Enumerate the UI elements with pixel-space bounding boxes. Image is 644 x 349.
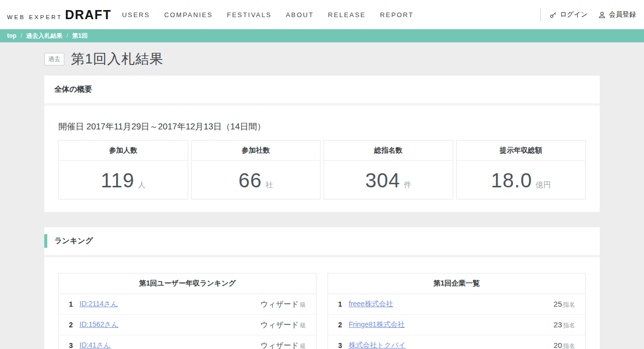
user-ranking-row: 1 ID:2114さん ウィザード 級	[59, 294, 316, 315]
ranking-section: ランキング 第1回ユーザー年収ランキング 1 ID:2114さん ウィザード 級…	[44, 227, 600, 349]
stat-value: 304	[365, 169, 400, 192]
event-date: 開催日 2017年11月29日～2017年12月13日（14日間）	[58, 121, 586, 132]
stat-label: 参加社数	[192, 141, 320, 161]
breadcrumb-top[interactable]: top	[7, 32, 17, 39]
stat-label: 総指名数	[324, 141, 453, 161]
login-label: ログイン	[560, 10, 588, 19]
company-link[interactable]: Fringe81株式会社	[349, 320, 405, 329]
nav-item-companies[interactable]: COMPANIES	[164, 11, 213, 19]
breadcrumb-separator: /	[66, 32, 68, 39]
stat-card-companies: 参加社数 66 社	[191, 140, 321, 199]
stats-row: 参加人数 119 人 参加社数 66 社 総指名数 304	[58, 140, 586, 199]
stat-label: 提示年収総額	[457, 141, 586, 161]
stat-value-wrap: 66 社	[192, 161, 320, 199]
header-actions: ログイン 会員登録	[540, 8, 636, 22]
stat-value: 18.0	[491, 169, 532, 192]
rank-value: 20	[553, 341, 562, 349]
company-list-box: 第1回企業一覧 1 freee株式会社 25 指名 2 Fringe81株式会社…	[328, 273, 586, 349]
rank-value: ウィザード	[261, 300, 299, 309]
nav-item-users[interactable]: USERS	[122, 11, 150, 19]
site-logo[interactable]: WEB EXPERT DRAFT	[7, 8, 111, 22]
nav-item-festivals[interactable]: FESTIVALS	[227, 11, 272, 19]
nav-item-about[interactable]: ABOUT	[286, 11, 314, 19]
rank-unit: 級	[300, 321, 306, 330]
site-header: WEB EXPERT DRAFT USERS COMPANIES FESTIVA…	[0, 0, 644, 29]
stat-card-participants: 参加人数 119 人	[58, 140, 188, 199]
breadcrumb: top / 過去入札結果 / 第1回	[0, 29, 644, 42]
overview-section-header: 全体の概要	[44, 76, 600, 103]
rank-unit: 指名	[563, 301, 575, 309]
rank-right: 25 指名	[553, 300, 575, 309]
user-ranking-box: 第1回ユーザー年収ランキング 1 ID:2114さん ウィザード 級 2 ID:…	[58, 273, 316, 349]
rank-number: 2	[338, 321, 345, 329]
breadcrumb-current: 第1回	[72, 32, 88, 40]
main-nav: USERS COMPANIES FESTIVALS ABOUT RELEASE …	[122, 11, 414, 19]
register-link[interactable]: 会員登録	[598, 10, 636, 19]
user-ranking-row: 2 ID:1562さん ウィザード 級	[59, 315, 316, 335]
rank-right: 23 指名	[553, 320, 575, 330]
company-list-title: 第1回企業一覧	[328, 273, 585, 294]
login-link[interactable]: ログイン	[549, 10, 588, 19]
company-list-row: 3 株式会社トクバイ 20 指名	[328, 335, 585, 349]
rank-number: 3	[69, 341, 76, 349]
breadcrumb-past-results[interactable]: 過去入札結果	[26, 32, 62, 40]
title-row: 過去 第1回入札結果	[44, 42, 600, 76]
main-content: 過去 第1回入札結果 全体の概要 開催日 2017年11月29日～2017年12…	[0, 42, 644, 349]
stat-card-nominations: 総指名数 304 件	[324, 140, 453, 199]
register-label: 会員登録	[609, 10, 636, 19]
overview-content: 開催日 2017年11月29日～2017年12月13日（14日間） 参加人数 1…	[44, 106, 600, 212]
rank-unit: 級	[300, 301, 306, 309]
ranking-section-header: ランキング	[44, 227, 600, 255]
overview-section-title: 全体の概要	[54, 85, 92, 94]
accent-bar	[44, 234, 47, 248]
stat-label: 参加人数	[59, 141, 188, 161]
stat-value: 66	[238, 169, 262, 192]
user-link[interactable]: ID:1562さん	[79, 320, 119, 329]
rank-unit: 指名	[563, 321, 575, 330]
stat-value-wrap: 119 人	[59, 161, 188, 199]
rank-unit: 級	[300, 342, 306, 349]
stat-value-wrap: 304 件	[324, 161, 453, 199]
stat-value-wrap: 18.0 億円	[457, 161, 586, 199]
stat-card-total-salary: 提示年収総額 18.0 億円	[456, 140, 586, 199]
stat-unit: 件	[404, 180, 412, 190]
user-ranking-row: 3 ID:41さん ウィザード 級	[59, 335, 316, 349]
stat-unit: 社	[266, 180, 273, 190]
ranking-content: 第1回ユーザー年収ランキング 1 ID:2114さん ウィザード 級 2 ID:…	[44, 257, 600, 349]
rank-number: 2	[69, 321, 76, 329]
company-list-row: 2 Fringe81株式会社 23 指名	[328, 315, 585, 335]
logo-name: DRAFT	[65, 8, 111, 22]
nav-item-release[interactable]: RELEASE	[328, 11, 366, 19]
overview-section: 全体の概要 開催日 2017年11月29日～2017年12月13日（14日間） …	[44, 76, 600, 212]
user-link[interactable]: ID:41さん	[79, 341, 111, 349]
company-list-row: 1 freee株式会社 25 指名	[328, 294, 585, 315]
rank-value: 23	[553, 320, 562, 329]
user-icon	[598, 11, 606, 19]
rank-number: 1	[338, 300, 345, 308]
past-badge: 過去	[44, 53, 64, 65]
stat-unit: 人	[138, 180, 145, 190]
breadcrumb-separator: /	[21, 32, 22, 39]
company-link[interactable]: freee株式会社	[349, 300, 393, 309]
stat-unit: 億円	[536, 180, 551, 190]
rank-right: ウィザード 級	[261, 341, 306, 349]
user-ranking-title: 第1回ユーザー年収ランキング	[59, 273, 316, 294]
ranking-section-title: ランキング	[54, 236, 93, 246]
nav-item-report[interactable]: REPORT	[380, 11, 414, 19]
page-title: 第1回入札結果	[71, 50, 164, 68]
rank-right: ウィザード 級	[261, 300, 306, 309]
rank-number: 1	[69, 300, 76, 308]
header-divider	[540, 8, 541, 22]
rank-value: 25	[553, 300, 562, 308]
rank-right: 20 指名	[553, 341, 575, 349]
rank-value: ウィザード	[261, 320, 299, 330]
key-icon	[549, 11, 557, 19]
rank-unit: 指名	[563, 342, 575, 349]
rank-right: ウィザード 級	[261, 320, 306, 330]
stat-value: 119	[101, 169, 134, 192]
rank-value: ウィザード	[261, 341, 299, 349]
company-link[interactable]: 株式会社トクバイ	[349, 341, 406, 349]
user-link[interactable]: ID:2114さん	[79, 300, 118, 309]
rank-number: 3	[338, 341, 345, 349]
logo-prefix: WEB EXPERT	[7, 14, 62, 20]
